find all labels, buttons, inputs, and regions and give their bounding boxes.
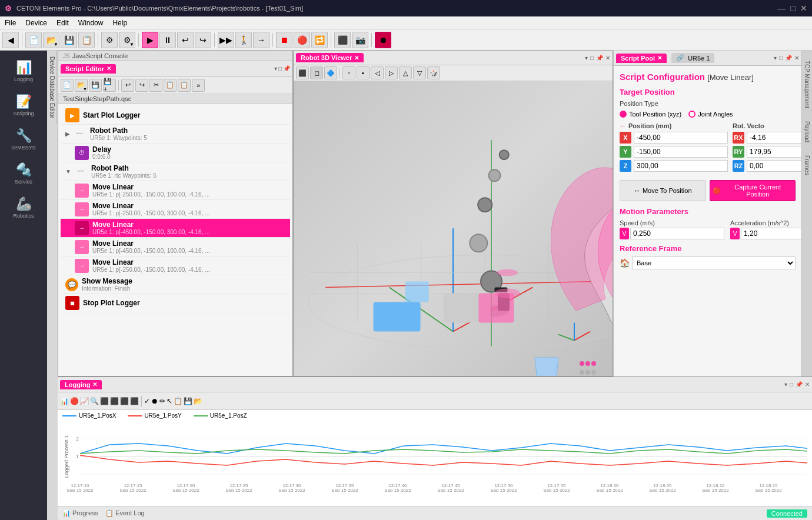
script-pool-close[interactable]: ✕	[657, 55, 662, 61]
sidebar-item-service[interactable]: 🔩 Service	[2, 158, 45, 189]
log-tb-cursor[interactable]: ↖	[167, 397, 172, 405]
reset-button[interactable]: 🔁	[311, 32, 328, 48]
rp-close-btn[interactable]: ✕	[794, 55, 799, 61]
menu-file[interactable]: File	[5, 19, 16, 27]
sidebar-item-robotics[interactable]: 🦾 Robotics	[2, 192, 45, 224]
joint-angles-radio[interactable]: Joint Angles	[688, 111, 733, 118]
log-tb-zoom[interactable]: 🔍	[90, 397, 99, 405]
viewer-float-btn[interactable]: □	[590, 55, 594, 61]
save-button[interactable]: 💾	[61, 32, 77, 48]
script-item-2[interactable]: ⏱ Delay 0:0:6.0	[61, 144, 290, 162]
save-as-btn[interactable]: 💾+	[103, 79, 116, 92]
viewer-pin-btn[interactable]: 📌	[596, 55, 603, 61]
script-item-9[interactable]: 💬 Show Message Information: Finish	[61, 275, 290, 294]
config-button[interactable]: ⚙▼	[119, 32, 135, 48]
speed-input[interactable]	[630, 228, 724, 239]
io-button[interactable]: ⬛	[334, 32, 351, 48]
run-button[interactable]: ▶	[142, 32, 158, 48]
event-log-tab[interactable]: 📋 Event Log	[105, 509, 145, 517]
sidebar-item-logging[interactable]: 📊 Logging	[2, 55, 45, 87]
script-content[interactable]: ▶ Start Plot Logger ▶ 〰 Robot Path UR5e …	[58, 104, 292, 376]
save-file-btn[interactable]: 💾	[89, 79, 102, 92]
viewer-close-btn[interactable]: ✕	[605, 55, 610, 61]
script-item-8[interactable]: → Move Linear UR5e 1: p[-250.00, -150.00…	[61, 256, 290, 275]
panel-float-btn[interactable]: □	[278, 65, 282, 72]
log-tb-6[interactable]: ⬛	[120, 397, 129, 405]
view-bottom-btn[interactable]: ▽	[413, 66, 426, 79]
run-all-button[interactable]: ▶▶	[218, 32, 234, 48]
back-button[interactable]: ◀	[2, 32, 19, 48]
y-input[interactable]	[634, 146, 728, 158]
pause-button[interactable]: ⏸	[159, 32, 176, 48]
script-item-3[interactable]: ▼ 〰 Robot Path UR5e 1: rtc Waypoints: 5	[61, 162, 290, 181]
view-left-btn[interactable]: ◁	[371, 66, 384, 79]
rx-input[interactable]	[747, 132, 801, 144]
log-tb-table[interactable]: 📋	[174, 397, 182, 405]
log-tb-7[interactable]: ⬛	[130, 397, 139, 405]
ref-frame-select[interactable]: Base Tool World	[632, 256, 796, 269]
emergency-button[interactable]: 🔴	[294, 32, 310, 48]
cut-btn[interactable]: ✂	[149, 79, 162, 92]
paste-btn[interactable]: 📋	[178, 79, 191, 92]
log-tb-5[interactable]: ⬛	[110, 397, 119, 405]
device-manager-button[interactable]: ⚙	[101, 32, 118, 48]
view-front-btn[interactable]: ▫	[342, 66, 355, 79]
script-item-1[interactable]: ▶ 〰 Robot Path UR5e 1: Waypoints: 5	[61, 125, 290, 144]
view-3d-btn[interactable]: 🎲	[427, 66, 440, 79]
rp-float-btn[interactable]: □	[779, 55, 783, 61]
log-tb-save[interactable]: 💾	[184, 397, 192, 405]
new-script-button[interactable]: 📄	[25, 32, 42, 48]
expand-arrow-3[interactable]: ▼	[65, 168, 71, 175]
script-editor-close[interactable]: ✕	[107, 65, 111, 72]
redo-btn[interactable]: ↪	[135, 79, 148, 92]
menu-edit[interactable]: Edit	[56, 19, 69, 27]
menu-help[interactable]: Help	[112, 19, 127, 27]
log-tb-3[interactable]: 📈	[80, 397, 89, 405]
script-pool-tab[interactable]: Script Pool ✕	[616, 54, 667, 63]
capture-position-button[interactable]: 🔴 Capture Current Position	[710, 180, 796, 201]
db-editor-tab[interactable]: Device Database Editor	[48, 51, 57, 124]
minimize-button[interactable]: —	[778, 4, 786, 13]
menu-window[interactable]: Window	[78, 19, 104, 27]
close-button[interactable]: ✕	[800, 4, 807, 13]
step-button[interactable]: ↩	[177, 32, 194, 48]
panel-pin-btn[interactable]: 📌	[283, 65, 290, 72]
log-tb-check[interactable]: ✓	[144, 397, 150, 405]
payload-tab[interactable]: Payload	[802, 116, 812, 148]
rz-input[interactable]	[747, 160, 801, 172]
script-item-10[interactable]: ⏹ Stop Plot Logger	[61, 294, 290, 312]
open-file-btn[interactable]: 📂▼	[75, 79, 88, 92]
sidebar-item-nemesys[interactable]: 🔧 neMESYS	[2, 124, 45, 155]
script-item-6[interactable]: → Move Linear UR5e 1: p[-450.00, -150.00…	[61, 219, 290, 238]
open-script-button[interactable]: 📂▼	[43, 32, 59, 48]
rp-pin-btn[interactable]: 📌	[785, 55, 792, 61]
tcp-management-tab[interactable]: TCP Management	[802, 55, 812, 114]
log-tb-2[interactable]: 🔴	[70, 397, 79, 405]
script-item-4[interactable]: → Move Linear UR5e 1: p[-250.00, -150.00…	[61, 181, 290, 200]
script-item-7[interactable]: → Move Linear UR5e 1: p[-450.00, -150.00…	[61, 238, 290, 256]
view-back-btn[interactable]: ▪	[357, 66, 370, 79]
expand-arrow-1[interactable]: ▶	[65, 131, 70, 137]
script-item-5[interactable]: → Move Linear UR5e 1: p[-250.00, -150.00…	[61, 200, 290, 219]
ry-input[interactable]	[747, 146, 801, 158]
view-btn-2[interactable]: ◻	[310, 66, 323, 79]
script-editor-tab[interactable]: Script Editor ✕	[61, 64, 116, 74]
view-btn-3[interactable]: 🔷	[324, 66, 337, 79]
view-btn-1[interactable]: ⬛	[296, 66, 309, 79]
move-to-position-button[interactable]: ↔ Move To Position	[620, 180, 706, 201]
more-btn[interactable]: »	[192, 79, 205, 92]
js-console-tab[interactable]: JS JavaScript Console	[58, 51, 292, 61]
walk-button[interactable]: 🚶	[235, 32, 252, 48]
log-float-btn[interactable]: □	[790, 381, 793, 388]
logging-tab[interactable]: Logging ✕	[60, 380, 102, 389]
camera-button[interactable]: 📷	[352, 32, 368, 48]
log-tb-folder[interactable]: 📂	[194, 397, 202, 405]
view-right-btn[interactable]: ▷	[385, 66, 398, 79]
view-top-btn[interactable]: △	[399, 66, 412, 79]
arrow-button[interactable]: →	[253, 32, 269, 48]
viewer-scene[interactable]	[294, 81, 613, 376]
x-input[interactable]	[634, 132, 728, 144]
accel-input[interactable]	[741, 228, 801, 239]
log-tb-edit[interactable]: ✏	[159, 397, 165, 405]
progress-tab[interactable]: 📊 Progress	[62, 509, 98, 517]
